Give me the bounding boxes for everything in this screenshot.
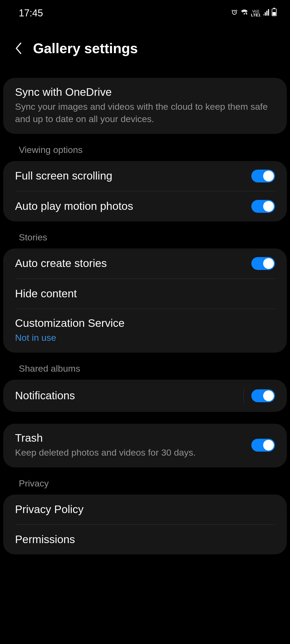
trash-item[interactable]: Trash Keep deleted photos and videos for… (3, 424, 287, 467)
auto-play-toggle[interactable] (251, 200, 275, 213)
auto-create-toggle[interactable] (251, 257, 275, 270)
privacy-policy-title: Privacy Policy (15, 503, 275, 516)
customization-service-item[interactable]: Customization Service Not in use (3, 309, 287, 353)
section-privacy: Privacy (3, 471, 287, 495)
status-bar: 17:45 Vo)) LTE1 (0, 0, 290, 21)
section-shared-albums: Shared albums (3, 356, 287, 380)
stories-card: Auto create stories Hide content Customi… (3, 248, 287, 353)
auto-play-title: Auto play motion photos (15, 200, 251, 213)
sync-card: Sync with OneDrive Sync your images and … (3, 78, 287, 134)
privacy-policy-item[interactable]: Privacy Policy (3, 495, 287, 524)
network-lte-icon: Vo)) LTE1 (251, 10, 260, 17)
trash-toggle[interactable] (251, 439, 275, 452)
section-viewing-options: Viewing options (3, 138, 287, 161)
signal-icon (263, 9, 269, 17)
alarm-icon (231, 9, 238, 17)
permissions-title: Permissions (15, 533, 275, 546)
wifi-icon (241, 9, 248, 17)
customization-status: Not in use (15, 332, 275, 344)
section-stories: Stories (3, 225, 287, 248)
auto-create-title: Auto create stories (15, 257, 251, 270)
hide-content-item[interactable]: Hide content (3, 279, 287, 309)
status-icons: Vo)) LTE1 (231, 9, 277, 18)
notifications-toggle[interactable] (251, 389, 275, 402)
permissions-item[interactable]: Permissions (3, 525, 287, 554)
page-title: Gallery settings (33, 40, 138, 56)
trash-subtitle: Keep deleted photos and videos for 30 da… (15, 447, 251, 459)
settings-content: Sync with OneDrive Sync your images and … (0, 64, 290, 554)
customization-title: Customization Service (15, 317, 275, 330)
header: Gallery settings (0, 21, 290, 64)
status-time: 17:45 (19, 8, 43, 19)
notifications-title: Notifications (15, 389, 244, 402)
trash-card: Trash Keep deleted photos and videos for… (3, 424, 287, 467)
viewing-card: Full screen scrolling Auto play motion p… (3, 161, 287, 221)
auto-play-motion-item[interactable]: Auto play motion photos (3, 191, 287, 221)
auto-create-stories-item[interactable]: Auto create stories (3, 248, 287, 279)
trash-title: Trash (15, 432, 251, 444)
full-screen-scrolling-item[interactable]: Full screen scrolling (3, 161, 287, 191)
full-screen-title: Full screen scrolling (15, 170, 251, 182)
hide-content-title: Hide content (15, 287, 275, 300)
vertical-divider (244, 388, 244, 403)
sync-onedrive-item[interactable]: Sync with OneDrive Sync your images and … (3, 78, 287, 134)
shared-card: Notifications (3, 380, 287, 412)
battery-icon (272, 9, 277, 18)
privacy-card: Privacy Policy Permissions (3, 495, 287, 554)
sync-title: Sync with OneDrive (15, 86, 275, 98)
back-button[interactable] (15, 42, 22, 54)
sync-subtitle: Sync your images and videos with the clo… (15, 101, 275, 125)
full-screen-toggle[interactable] (251, 170, 275, 182)
chevron-left-icon (15, 42, 22, 54)
notifications-item[interactable]: Notifications (3, 380, 287, 412)
